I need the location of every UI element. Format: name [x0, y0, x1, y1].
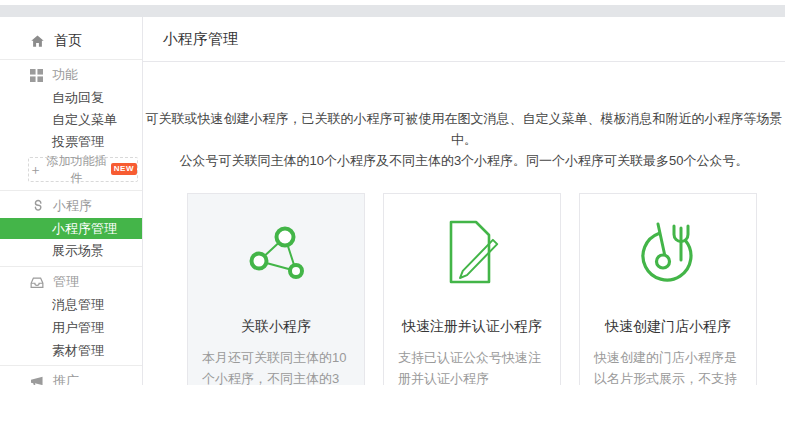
- page-title: 小程序管理: [163, 30, 238, 49]
- home-icon: [30, 34, 45, 48]
- intro-line-1: 可关联或快速创建小程序，已关联的小程序可被使用在图文消息、自定义菜单、模板消息和…: [143, 108, 785, 150]
- page-header: 小程序管理: [143, 17, 785, 62]
- add-plugin-button[interactable]: ＋ 添加功能插件 NEW: [28, 157, 138, 182]
- document-pencil-icon: [384, 212, 560, 292]
- app-window: 首页 功能 自动回复 自定义菜单 投票管理 ＋ 添加功能插件 NEW: [0, 17, 785, 385]
- sidebar-divider: [0, 266, 142, 267]
- intro-text: 可关联或快速创建小程序，已关联的小程序可被使用在图文消息、自定义菜单、模板消息和…: [143, 108, 785, 171]
- sidebar-item-miniprogram-manage[interactable]: 小程序管理: [0, 218, 142, 239]
- card-description: 快速创建的门店小程序是以名片形式展示，不支持自行开发的小程序: [594, 347, 742, 385]
- sidebar-divider: [0, 190, 142, 191]
- page: 首页 功能 自动回复 自定义菜单 投票管理 ＋ 添加功能插件 NEW: [0, 0, 796, 446]
- main-content: 小程序管理 可关联或快速创建小程序，已关联的小程序可被使用在图文消息、自定义菜单…: [143, 17, 785, 385]
- sidebar-item-user-manage[interactable]: 用户管理: [0, 317, 142, 338]
- sidebar-section-label: 管理: [53, 273, 79, 291]
- card-create-store-miniprogram[interactable]: 快速创建门店小程序 快速创建的门店小程序是以名片形式展示，不支持自行开发的小程序: [579, 193, 757, 385]
- sidebar-section-manage: 管理: [0, 273, 142, 291]
- top-strip: [0, 5, 785, 17]
- card-row: 关联小程序 本月还可关联同主体的10个小程序，不同主体的3个小程序。 快速注册并…: [143, 193, 785, 385]
- inbox-icon: [30, 276, 44, 289]
- intro-line-2: 公众号可关联同主体的10个小程序及不同主体的3个小程序。同一个小程序可关联最多5…: [143, 150, 785, 171]
- miniprogram-icon: [30, 199, 44, 214]
- card-link-miniprogram[interactable]: 关联小程序 本月还可关联同主体的10个小程序，不同主体的3个小程序。: [187, 193, 365, 385]
- sidebar-divider: [0, 365, 142, 366]
- sidebar-item-message-manage[interactable]: 消息管理: [0, 294, 142, 315]
- sidebar-section-miniprogram: 小程序: [0, 197, 142, 215]
- sidebar-item-display-scene[interactable]: 展示场景: [0, 240, 142, 261]
- sidebar-section-label: 功能: [52, 66, 78, 84]
- card-register-verify-miniprogram[interactable]: 快速注册并认证小程序 支持已认证公众号快速注册并认证小程序: [383, 193, 561, 385]
- new-badge: NEW: [111, 163, 137, 175]
- card-title: 快速创建门店小程序: [580, 318, 756, 336]
- sidebar-divider: [0, 59, 142, 60]
- megaphone-icon: [30, 375, 44, 385]
- sidebar-item-home[interactable]: 首页: [0, 30, 142, 52]
- plus-icon: ＋: [29, 163, 42, 176]
- card-title: 关联小程序: [188, 318, 364, 336]
- sidebar-item-material-manage[interactable]: 素材管理: [0, 340, 142, 361]
- sidebar-section-label: 小程序: [53, 197, 92, 215]
- sidebar-item-label: 首页: [54, 32, 82, 50]
- card-title: 快速注册并认证小程序: [384, 318, 560, 336]
- sidebar: 首页 功能 自动回复 自定义菜单 投票管理 ＋ 添加功能插件 NEW: [0, 17, 143, 385]
- sidebar-item-custom-menu[interactable]: 自定义菜单: [0, 109, 142, 130]
- sidebar-section-promotion: 推广: [0, 372, 142, 385]
- card-description: 本月还可关联同主体的10个小程序，不同主体的3个小程序。: [202, 347, 350, 385]
- sidebar-item-vote-manage[interactable]: 投票管理: [0, 131, 142, 152]
- fork-spoon-circle-icon: [580, 212, 756, 292]
- sidebar-section-function: 功能: [0, 66, 142, 84]
- card-description: 支持已认证公众号快速注册并认证小程序: [398, 347, 546, 385]
- sidebar-item-auto-reply[interactable]: 自动回复: [0, 87, 142, 108]
- network-nodes-icon: [188, 212, 364, 292]
- add-plugin-label: 添加功能插件: [46, 153, 107, 187]
- sidebar-section-label: 推广: [53, 372, 79, 385]
- grid-icon: [30, 69, 43, 82]
